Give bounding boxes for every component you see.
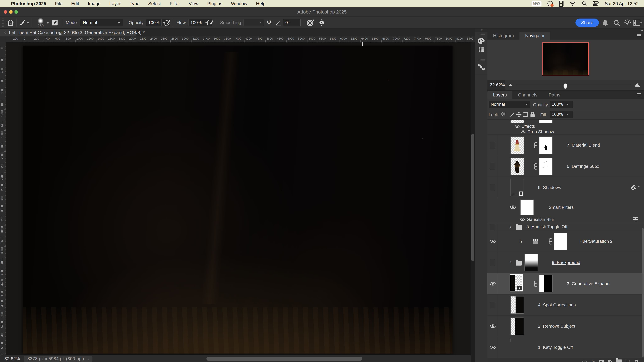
- navigator-zoom-field[interactable]: 32.62%: [488, 80, 505, 90]
- layer-row-clipped[interactable]: [488, 120, 644, 123]
- tab-layers[interactable]: Layers: [488, 91, 512, 99]
- adjustment-mask-thumbnail[interactable]: [554, 233, 567, 250]
- layer-thumbnail[interactable]: [510, 339, 511, 342]
- group-disclosure-chevron-icon[interactable]: ›: [510, 260, 511, 265]
- navigator-zoom-slider[interactable]: [516, 85, 631, 85]
- layer-row-spot-corrections[interactable]: 4. Spot Corrections: [488, 295, 644, 316]
- paint-symmetry-icon[interactable]: [318, 19, 326, 26]
- color-panel-icon[interactable]: [475, 38, 488, 44]
- layers-scrollbar-thumb[interactable]: [642, 228, 644, 357]
- menu-file[interactable]: File: [55, 1, 62, 6]
- smart-filter-toggle-icon[interactable]: [632, 185, 636, 189]
- blend-mode-dropdown[interactable]: Normal: [80, 19, 123, 26]
- layer-opacity-dropdown[interactable]: 100%: [550, 101, 573, 108]
- zoom-slider-thumb[interactable]: [564, 83, 567, 89]
- layer-thumbnail-selected[interactable]: ✦: [510, 274, 523, 292]
- layer-row-defringe[interactable]: 6. Defringe 50px: [488, 156, 644, 177]
- tab-histogram[interactable]: Histogram: [488, 32, 520, 39]
- horizontal-scrollbar-thumb[interactable]: [206, 357, 362, 361]
- brush-preset-chevron-icon[interactable]: [46, 22, 49, 23]
- brush-angle-field[interactable]: 0°: [283, 19, 300, 26]
- lock-artboard-icon[interactable]: [523, 112, 528, 117]
- layer-style-fx-icon[interactable]: fx: [591, 359, 595, 362]
- layer-name[interactable]: 9. Shadows: [538, 185, 561, 190]
- wd-drive-menu-icon[interactable]: WD: [532, 1, 542, 6]
- workspace-switcher-icon[interactable]: [633, 19, 640, 26]
- workspace-chevron-icon[interactable]: [640, 22, 642, 23]
- menu-window[interactable]: Window: [231, 1, 247, 6]
- group-disclosure-chevron-icon[interactable]: ›: [510, 224, 511, 229]
- visibility-eye-icon[interactable]: [490, 346, 496, 349]
- spotlight-search-icon[interactable]: [582, 1, 587, 6]
- window-zoom-button[interactable]: [14, 10, 18, 14]
- visibility-toggle-empty[interactable]: [490, 163, 495, 170]
- layer-mask-thumbnail[interactable]: [539, 158, 552, 175]
- horizontal-ruler[interactable]: 2000200400600800100012001400160018002000…: [6, 36, 475, 42]
- document-size-readout[interactable]: 8378 px x 5984 px (300 ppi) ›: [24, 356, 92, 362]
- notifications-bell-icon[interactable]: [602, 19, 609, 26]
- home-icon[interactable]: [7, 19, 14, 26]
- lock-paint-icon[interactable]: [509, 112, 515, 117]
- visibility-toggle-empty[interactable]: [490, 302, 495, 308]
- navigator-proxy-preview[interactable]: [542, 42, 589, 75]
- tab-paths[interactable]: Paths: [543, 91, 566, 99]
- layer-row-effects[interactable]: Effects: [488, 123, 644, 129]
- airbrush-icon[interactable]: [206, 19, 214, 26]
- ruler-origin-corner[interactable]: [0, 36, 6, 42]
- adjustment-layer-icon[interactable]: [533, 239, 538, 244]
- layer-row-background-group[interactable]: › 9. Background: [488, 252, 644, 273]
- brush-preset-picker[interactable]: 250: [36, 18, 45, 28]
- add-adjustment-layer-icon[interactable]: [608, 360, 612, 362]
- smoothing-gear-icon[interactable]: ⚙: [266, 19, 272, 26]
- layer-blend-mode-dropdown[interactable]: Normal: [488, 101, 530, 108]
- group-mask-thumbnail[interactable]: [524, 254, 538, 271]
- group-name[interactable]: 5. Hamish Toggle Off: [526, 224, 567, 229]
- smart-filter-mask-thumbnail[interactable]: [520, 200, 534, 215]
- menu-layer[interactable]: Layer: [109, 1, 121, 6]
- visibility-eye-icon[interactable]: [520, 218, 525, 221]
- delete-layer-icon[interactable]: [634, 359, 639, 362]
- dock-collapse-bar[interactable]: «: [475, 28, 488, 32]
- share-button[interactable]: Share: [576, 18, 599, 27]
- link-layers-icon[interactable]: [582, 360, 587, 362]
- layer-row-generative-expand-selected[interactable]: ✦ 3. Generative Expand: [488, 273, 644, 295]
- layer-name[interactable]: Hue/Saturation 2: [580, 239, 612, 244]
- add-layer-mask-icon[interactable]: [599, 360, 604, 362]
- layer-row-shadows[interactable]: 9. Shadows ›: [488, 177, 644, 198]
- options-bar-grip[interactable]: [2, 18, 4, 27]
- app-menu-title[interactable]: Photoshop 2025: [11, 1, 46, 6]
- document-tab[interactable]: × Let Them Eat Cake.psb @ 32.6% (3. Gene…: [0, 28, 136, 36]
- visibility-toggle-empty[interactable]: [490, 184, 495, 191]
- tab-close-icon[interactable]: ×: [4, 30, 6, 35]
- layer-thumbnail[interactable]: [510, 158, 524, 175]
- dock-grip[interactable]: [478, 34, 485, 35]
- layer-thumbnail[interactable]: [510, 120, 524, 123]
- visibility-eye-icon[interactable]: [490, 325, 496, 328]
- swatches-panel-icon[interactable]: [475, 47, 488, 54]
- zoom-in-icon[interactable]: [634, 83, 640, 87]
- tab-navigator[interactable]: Navigator: [520, 32, 550, 39]
- menu-image[interactable]: Image: [88, 1, 100, 6]
- layer-row-smart-filters[interactable]: Smart Filters: [488, 198, 644, 216]
- gaussian-blur-label[interactable]: Gaussian Blur: [526, 217, 554, 222]
- window-close-button[interactable]: [4, 10, 7, 14]
- layer-name[interactable]: 6. Defringe 50px: [567, 164, 599, 169]
- panel-menu-icon[interactable]: [637, 33, 641, 38]
- visibility-eye-icon[interactable]: [510, 206, 516, 209]
- search-icon[interactable]: [613, 19, 620, 26]
- layer-row-remove-subject[interactable]: 2. Remove Subject: [488, 316, 644, 337]
- layer-thumbnail[interactable]: [510, 318, 524, 335]
- layer-row-drop-shadow[interactable]: Drop Shadow: [488, 129, 644, 135]
- new-layer-icon[interactable]: +: [626, 360, 630, 362]
- lock-all-icon[interactable]: [530, 111, 536, 118]
- pressure-opacity-icon[interactable]: [164, 19, 171, 26]
- layer-mask-thumbnail[interactable]: [539, 275, 552, 292]
- menu-plugins[interactable]: Plugins: [207, 1, 222, 6]
- pressure-size-icon[interactable]: [306, 19, 314, 26]
- window-minimize-button[interactable]: [9, 10, 12, 14]
- dock-grip[interactable]: [478, 59, 485, 60]
- collapse-filters-chevron-icon[interactable]: ›: [636, 186, 641, 187]
- lock-transparency-icon[interactable]: [501, 112, 505, 116]
- layer-thumbnail[interactable]: [510, 296, 524, 314]
- menu-help[interactable]: Help: [256, 1, 266, 6]
